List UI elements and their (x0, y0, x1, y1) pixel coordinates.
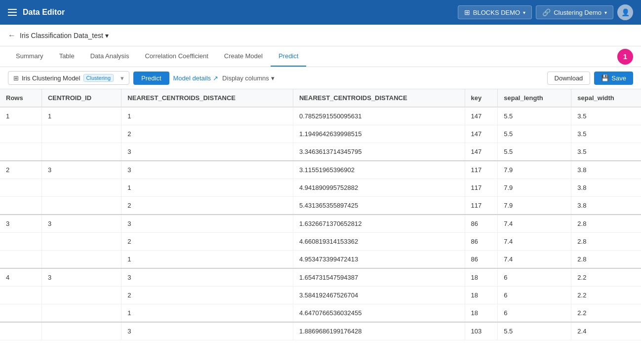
table-cell (0, 251, 41, 269)
table-row: 14.64707665360324551862.2 (0, 304, 641, 323)
table-cell: 1.654731547594387 (293, 268, 465, 287)
table-cell: 0.7852591550095631 (293, 107, 465, 125)
table-cell: 4.941890995752882 (293, 179, 465, 197)
predict-toolbar: ⊞ Iris Clustering Model Clustering ▾ Pre… (0, 67, 641, 89)
tab-create-model[interactable]: Create Model (216, 46, 271, 67)
table-cell: 2 (0, 161, 41, 179)
back-button[interactable]: ← (8, 31, 16, 40)
grid-icon: ⊞ (13, 74, 19, 82)
table-cell: 4.953473399472413 (293, 251, 465, 269)
table-cell: 3.3463613714345795 (293, 143, 465, 161)
display-columns-chevron: ▾ (271, 74, 275, 82)
download-button[interactable]: Download (547, 72, 591, 85)
table-cell: 1 (41, 107, 121, 125)
table-cell: 3 (41, 268, 121, 287)
table-cell: 2 (121, 197, 293, 215)
col-header-nd2: NEAREST_CENTROIDS_DISTANCE (293, 89, 465, 107)
table-cell (0, 304, 41, 323)
table-cell (41, 179, 121, 197)
blocks-demo-chevron: ▾ (523, 10, 525, 15)
dataset-title-text: Iris Classification Data_test (20, 32, 103, 39)
blocks-icon: ⊞ (464, 8, 470, 16)
subheader: ← Iris Classification Data_test ▾ (0, 25, 641, 46)
dataset-chevron[interactable]: ▾ (105, 32, 109, 39)
tab-predict[interactable]: Predict (271, 46, 306, 67)
model-details-label: Model details (173, 74, 211, 82)
table-cell (41, 251, 121, 269)
table-cell: 7.4 (498, 215, 571, 233)
model-select-chevron: ▾ (120, 74, 124, 82)
clustering-demo-label: Clustering Demo (554, 9, 601, 16)
table-row: 1110.78525915500956311475.53.5 (0, 107, 641, 125)
menu-icon[interactable] (8, 9, 17, 16)
tab-summary[interactable]: Summary (8, 46, 51, 67)
table-cell: 18 (465, 304, 498, 323)
table-cell: 18 (465, 287, 498, 304)
table-cell: 117 (465, 161, 498, 179)
table-cell: 2.8 (571, 251, 641, 269)
table-cell: 5.5 (498, 143, 571, 161)
table-cell: 7.4 (498, 251, 571, 269)
col-header-centroid-id: CENTROID_ID (41, 89, 121, 107)
table-cell: 7.4 (498, 233, 571, 251)
col-header-sepal-width: sepal_width (571, 89, 641, 107)
table-cell: 3 (0, 215, 41, 233)
display-columns-label: Display columns (222, 74, 269, 82)
table-cell: 1.6326671370652812 (293, 215, 465, 233)
table-row: 2333.115519653969021177.93.8 (0, 161, 641, 179)
table-cell: 3 (121, 268, 293, 287)
avatar[interactable]: 👤 (617, 4, 633, 20)
table-cell: 6 (498, 287, 571, 304)
col-header-nd1: NEAREST_CENTROIDS_DISTANCE (121, 89, 293, 107)
app-header: Data Editor ⊞ BLOCKS DEMO ▾ 🔗 Clustering… (0, 0, 641, 25)
tab-data-analysis[interactable]: Data Analysis (82, 46, 137, 67)
table-cell: 3.584192467526704 (293, 287, 465, 304)
table-cell (41, 143, 121, 161)
table-cell (41, 322, 121, 340)
table-cell (41, 125, 121, 143)
table-cell: 2.4 (571, 322, 641, 340)
tab-table[interactable]: Table (51, 46, 82, 67)
table-cell: 5.5 (498, 125, 571, 143)
header-left: Data Editor (8, 8, 65, 17)
model-details-link[interactable]: Model details ↗ (173, 74, 219, 82)
table-cell: 3.8 (571, 161, 641, 179)
table-row: 21.19496426399985151475.53.5 (0, 125, 641, 143)
table-cell: 3.5 (571, 143, 641, 161)
col-header-key: key (465, 89, 498, 107)
clustering-demo-chevron: ▾ (604, 10, 607, 15)
save-button[interactable]: 💾 Save (594, 72, 633, 85)
table-row: 24.660819314153362867.42.8 (0, 233, 641, 251)
predict-button[interactable]: Predict (133, 72, 169, 85)
table-cell (0, 143, 41, 161)
table-row: 4331.6547315475943871862.2 (0, 268, 641, 287)
predict-table: Rows CENTROID_ID NEAREST_CENTROIDS_DISTA… (0, 89, 641, 340)
col-header-rows: Rows (0, 89, 41, 107)
table-cell: 5.5 (498, 107, 571, 125)
table-cell (0, 197, 41, 215)
table-cell: 1.1949642639998515 (293, 125, 465, 143)
clustering-badge: Clustering (83, 74, 114, 82)
table-cell: 6 (498, 304, 571, 323)
save-icon: 💾 (601, 74, 609, 82)
blocks-demo-button[interactable]: ⊞ BLOCKS DEMO ▾ (458, 5, 532, 19)
table-cell: 3 (121, 215, 293, 233)
blocks-demo-label: BLOCKS DEMO (473, 9, 520, 16)
table-cell: 2.8 (571, 215, 641, 233)
table-cell: 2 (121, 125, 293, 143)
table-cell: 7.9 (498, 161, 571, 179)
table-cell: 147 (465, 143, 498, 161)
table-cell: 6 (498, 268, 571, 287)
avatar-icon: 👤 (621, 8, 630, 16)
clustering-demo-button[interactable]: 🔗 Clustering Demo ▾ (536, 5, 613, 19)
table-cell: 2 (121, 287, 293, 304)
tab-correlation-coefficient[interactable]: Correlation Coefficient (137, 46, 216, 67)
display-columns-button[interactable]: Display columns ▾ (222, 74, 275, 82)
tabs-bar: Summary Table Data Analysis Correlation … (0, 46, 641, 67)
table-row: 25.4313653558974251177.93.8 (0, 197, 641, 215)
model-select-dropdown[interactable]: ⊞ Iris Clustering Model Clustering ▾ (8, 71, 129, 85)
table-cell (0, 287, 41, 304)
table-header-row: Rows CENTROID_ID NEAREST_CENTROIDS_DISTA… (0, 89, 641, 107)
header-right: ⊞ BLOCKS DEMO ▾ 🔗 Clustering Demo ▾ 👤 (458, 4, 633, 20)
table-cell (0, 179, 41, 197)
